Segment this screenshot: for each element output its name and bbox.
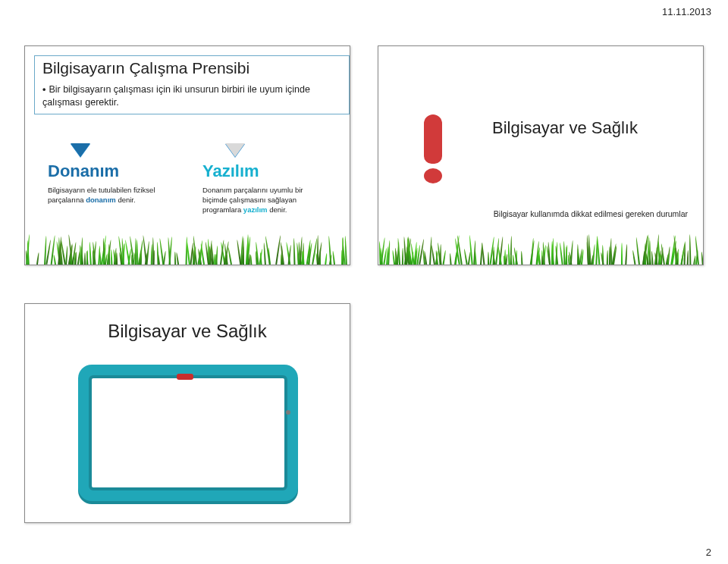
grass-decoration [25, 233, 350, 265]
exclamation-icon [424, 114, 442, 183]
power-button-icon [286, 410, 290, 415]
bullet-content: Bir bilgisayarın çalışması için iki unsu… [42, 84, 310, 108]
column-desc: Bilgisayarın ele tutulabilen fiziksel pa… [48, 186, 172, 205]
grass-decoration [378, 233, 703, 265]
webcam-icon [177, 374, 193, 380]
desc-keyword: donanım [86, 196, 116, 204]
slide-bottom-left: Bilgisayar ve Sağlık [24, 303, 350, 523]
slide-title: Bilgisayarın Çalışma Prensibi [42, 59, 341, 77]
page-number: 2 [706, 547, 711, 558]
desc-keyword: yazılım [243, 205, 268, 214]
monitor-screen [89, 375, 287, 490]
title-box: Bilgisayarın Çalışma Prensibi •Bir bilgi… [34, 55, 350, 114]
arrow-down-icon [71, 143, 90, 157]
bullet-text: •Bir bilgisayarın çalışması için iki uns… [42, 83, 341, 109]
slide-top-left: Bilgisayarın Çalışma Prensibi •Bir bilgi… [24, 45, 350, 265]
monitor-illustration [78, 365, 298, 501]
slide-top-right: Bilgisayar ve Sağlık Bilgisayar kullanım… [378, 45, 704, 265]
column-right: Yazılım Donanım parçalarını uyumlu bir b… [202, 143, 327, 215]
arrow-down-icon [225, 143, 245, 157]
column-heading: Yazılım [202, 161, 327, 181]
desc-post: denir. [268, 205, 287, 214]
column-desc: Donanım parçalarını uyumlu bir biçimde ç… [202, 186, 327, 215]
bullet-marker: • [42, 84, 46, 95]
slide-subtitle: Bilgisayar kullanımda dikkat edilmesi ge… [494, 209, 688, 218]
desc-post: denir. [116, 196, 136, 204]
header-date: 11.11.2013 [662, 6, 711, 17]
column-left: Donanım Bilgisayarın ele tutulabilen fiz… [48, 143, 172, 215]
columns: Donanım Bilgisayarın ele tutulabilen fiz… [48, 143, 327, 215]
slide-title: Bilgisayar ve Sağlık [492, 118, 638, 138]
column-heading: Donanım [48, 161, 172, 181]
slide-title: Bilgisayar ve Sağlık [25, 321, 350, 342]
